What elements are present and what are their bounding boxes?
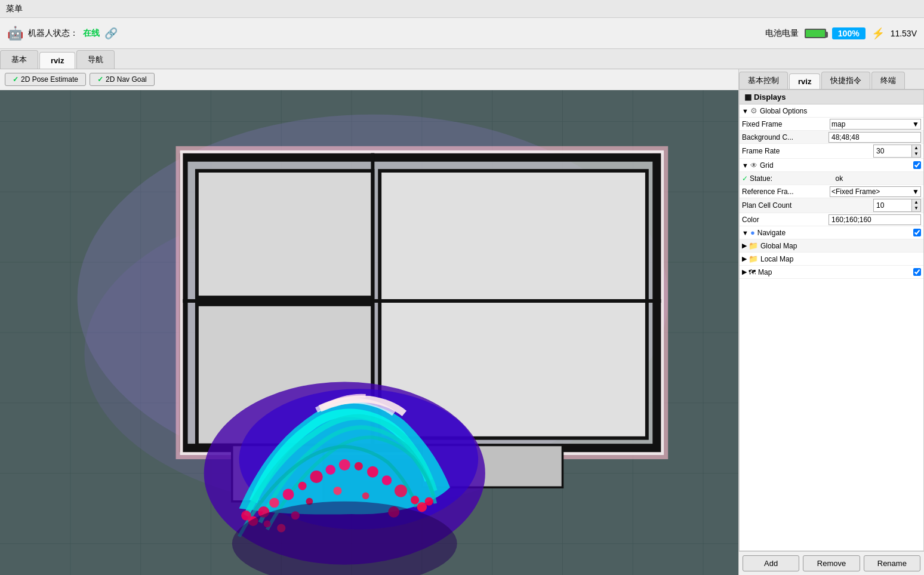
local-map-label: Local Map: [760, 255, 921, 263]
svg-point-37: [298, 482, 307, 490]
map-canvas[interactable]: [0, 90, 738, 575]
local-map-row[interactable]: ▶ 📁 Local Map: [740, 253, 923, 266]
pose-estimate-label: 2D Pose Estimate: [21, 75, 78, 84]
global-map-label: Global Map: [760, 242, 921, 250]
svg-rect-21: [197, 171, 373, 297]
displays-panel: ▦ Displays ▼ ⚙ Global Options Fixed Fram…: [739, 90, 924, 551]
reference-frame-select[interactable]: <Fixed Frame> ▼: [830, 186, 921, 197]
global-map-toggle[interactable]: ▶: [742, 242, 747, 250]
reference-frame-dropdown-icon[interactable]: ▼: [912, 187, 919, 196]
navigate-toggle[interactable]: ▼: [742, 229, 749, 236]
robot-status-value: 在线: [83, 28, 100, 39]
fixed-frame-dropdown-icon[interactable]: ▼: [912, 120, 919, 128]
nav-goal-button[interactable]: ✓ 2D Nav Goal: [90, 73, 155, 86]
color-row: Color 160;160;160: [740, 213, 923, 226]
displays-header-icon: ▦: [744, 93, 751, 102]
navigate-checkbox[interactable]: [913, 229, 921, 236]
gear-icon: ⚙: [750, 106, 757, 115]
global-options-toggle[interactable]: ▼: [742, 107, 749, 115]
add-button[interactable]: Add: [743, 555, 799, 571]
frame-rate-down[interactable]: ▼: [912, 151, 920, 157]
color-label: Color: [742, 216, 828, 224]
plan-cell-count-spinbox[interactable]: ▲ ▼: [873, 199, 921, 212]
grid-toggle[interactable]: ▼: [742, 162, 749, 169]
svg-point-42: [367, 466, 378, 478]
svg-point-43: [382, 475, 392, 485]
grid-checkbox[interactable]: [913, 161, 921, 169]
grid-eye-icon: 👁: [750, 161, 757, 170]
header: 🤖 机器人状态： 在线 🔗 电池电量 100% ⚡ 11.53V: [0, 18, 924, 49]
frame-rate-input[interactable]: [874, 146, 911, 156]
pose-estimate-check: ✓: [13, 75, 19, 84]
frame-rate-up[interactable]: ▲: [912, 145, 920, 151]
global-map-folder-icon: 📁: [749, 241, 758, 250]
reference-frame-row: Reference Fra... <Fixed Frame> ▼: [740, 185, 923, 198]
navigate-icon: ●: [750, 228, 755, 237]
svg-point-44: [395, 484, 407, 497]
plan-cell-count-arrows: ▲ ▼: [911, 199, 920, 211]
rename-button[interactable]: Rename: [864, 555, 920, 571]
svg-point-46: [269, 498, 279, 508]
nav-goal-check: ✓: [97, 75, 103, 84]
svg-point-41: [355, 462, 363, 471]
frame-rate-label: Frame Rate: [742, 147, 873, 155]
main-tabs: 基本 rviz 导航: [0, 49, 924, 69]
svg-point-38: [310, 471, 323, 483]
background-color-value[interactable]: 48;48;48: [828, 132, 921, 143]
tab-terminal[interactable]: 终端: [871, 72, 905, 89]
battery-percent: 100%: [832, 27, 866, 39]
navigate-row[interactable]: ▼ ● Navigate: [740, 226, 923, 239]
battery-bar: [805, 29, 826, 38]
robot-status-label: 机器人状态：: [28, 28, 78, 39]
map-row[interactable]: ▶ 🗺 Map: [740, 266, 923, 279]
nav-goal-label: 2D Nav Goal: [106, 75, 147, 84]
map-checkbox[interactable]: [913, 268, 921, 276]
svg-rect-24: [183, 153, 661, 162]
map-label: Map: [758, 268, 911, 276]
svg-point-40: [339, 459, 350, 471]
right-tabs: 基本控制 rviz 快捷指令 终端: [739, 69, 924, 90]
plan-cell-down[interactable]: ▼: [912, 205, 920, 211]
viewer-toolbar: ✓ 2D Pose Estimate ✓ 2D Nav Goal: [0, 69, 738, 90]
battery-label: 电池电量: [765, 28, 799, 39]
map-toggle[interactable]: ▶: [742, 268, 747, 276]
tab-navigation[interactable]: 导航: [76, 50, 115, 69]
svg-point-53: [362, 492, 369, 499]
menu-bar: 菜单: [0, 0, 924, 18]
local-map-folder-icon: 📁: [749, 254, 758, 263]
remove-button[interactable]: Remove: [803, 555, 860, 571]
fixed-frame-row: Fixed Frame map ▼: [740, 118, 923, 131]
fixed-frame-value: map: [831, 120, 845, 128]
tab-rviz-right[interactable]: rviz: [789, 73, 820, 89]
reference-frame-label: Reference Fra...: [742, 187, 830, 196]
map-visualization: [0, 90, 738, 575]
tab-basic-control[interactable]: 基本控制: [739, 72, 788, 89]
grid-row[interactable]: ▼ 👁 Grid: [740, 159, 923, 172]
color-value[interactable]: 160;160;160: [828, 214, 921, 225]
plan-cell-up[interactable]: ▲: [912, 199, 920, 205]
statue-label: Statue:: [750, 174, 833, 183]
fixed-frame-label: Fixed Frame: [742, 120, 830, 128]
tab-quick-commands[interactable]: 快捷指令: [821, 72, 870, 89]
viewer-panel: ✓ 2D Pose Estimate ✓ 2D Nav Goal: [0, 69, 739, 575]
right-panel: 基本控制 rviz 快捷指令 终端 ▦ Displays ▼ ⚙ Global …: [739, 69, 924, 575]
fixed-frame-select[interactable]: map ▼: [830, 119, 921, 130]
menu-label[interactable]: 菜单: [6, 4, 23, 14]
tab-basic[interactable]: 基本: [0, 50, 38, 69]
power-icon: ⚡: [871, 27, 885, 40]
navigate-label: Navigate: [757, 229, 911, 237]
frame-rate-spinbox[interactable]: ▲ ▼: [873, 144, 921, 158]
pose-estimate-button[interactable]: ✓ 2D Pose Estimate: [5, 73, 86, 86]
plan-cell-count-row: Plan Cell Count ▲ ▼: [740, 198, 923, 213]
tab-rviz[interactable]: rviz: [39, 52, 75, 69]
global-options-row[interactable]: ▼ ⚙ Global Options: [740, 104, 923, 118]
displays-footer: Add Remove Rename: [739, 551, 924, 575]
voltage: 11.53V: [891, 29, 917, 38]
svg-point-45: [411, 496, 419, 504]
local-map-toggle[interactable]: ▶: [742, 255, 747, 263]
grid-label: Grid: [760, 161, 911, 170]
global-map-row[interactable]: ▶ 📁 Global Map: [740, 239, 923, 253]
statue-check-icon: ✓: [742, 174, 748, 183]
plan-cell-count-input[interactable]: [874, 201, 911, 210]
statue-row: ✓ Statue: ok: [740, 172, 923, 185]
